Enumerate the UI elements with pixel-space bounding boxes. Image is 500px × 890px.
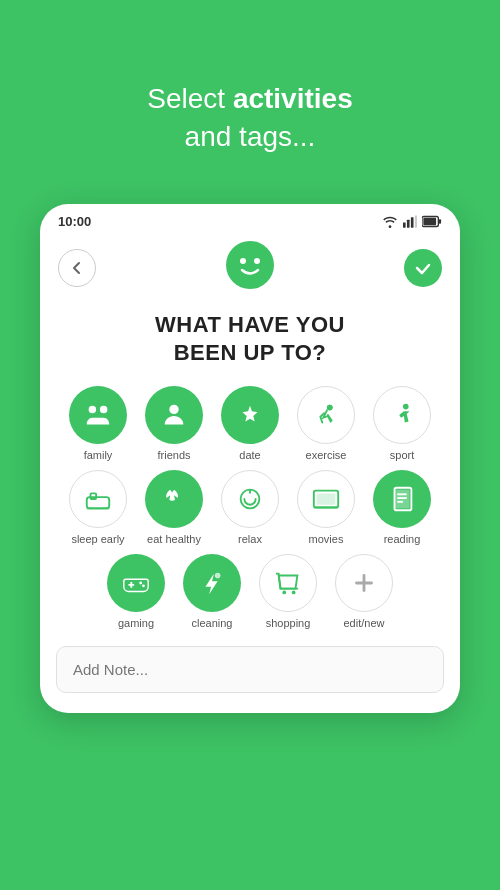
activity-family[interactable]: family: [64, 386, 132, 462]
header-title: Select activities and tags...: [147, 80, 352, 156]
sport-label: sport: [390, 449, 414, 462]
emoji-face: [226, 241, 274, 295]
chevron-left-icon: [70, 261, 84, 275]
signal-icon: [403, 215, 417, 228]
activity-exercise[interactable]: exercise: [292, 386, 360, 462]
card-title: WHAT HAVE YOU BEEN UP TO?: [40, 311, 460, 368]
svg-rect-19: [317, 493, 336, 504]
card-nav: [40, 233, 460, 299]
header-section: Select activities and tags...: [147, 40, 352, 180]
sleep-early-label: sleep early: [71, 533, 124, 546]
svg-point-11: [169, 404, 178, 413]
reading-label: reading: [384, 533, 421, 546]
checkmark-icon: [414, 259, 432, 277]
mood-icon: [226, 241, 274, 289]
svg-rect-1: [407, 219, 410, 227]
svg-point-12: [327, 404, 333, 410]
movies-label: movies: [309, 533, 344, 546]
confirm-button[interactable]: [404, 249, 442, 287]
status-time: 10:00: [58, 214, 91, 229]
svg-point-27: [142, 585, 145, 588]
svg-point-7: [226, 241, 274, 289]
svg-rect-3: [415, 215, 417, 227]
cleaning-label: cleaning: [192, 617, 233, 630]
activity-sport[interactable]: sport: [368, 386, 436, 462]
svg-rect-6: [423, 217, 436, 224]
svg-rect-0: [403, 222, 406, 227]
header-bold: activities: [233, 83, 353, 114]
wifi-icon: [382, 215, 398, 228]
shopping-label: shopping: [266, 617, 311, 630]
activity-reading[interactable]: reading: [368, 470, 436, 546]
activities-grid: family friends date exercise sport: [40, 386, 460, 631]
activity-eat-healthy[interactable]: eat healthy: [140, 470, 208, 546]
family-label: family: [84, 449, 113, 462]
svg-point-13: [403, 404, 409, 410]
relax-label: relax: [238, 533, 262, 546]
activity-friends[interactable]: friends: [140, 386, 208, 462]
activity-edit-new[interactable]: edit/new: [330, 554, 398, 630]
svg-point-28: [215, 573, 221, 579]
svg-point-8: [240, 258, 246, 264]
svg-rect-2: [411, 217, 414, 228]
svg-rect-5: [439, 219, 441, 224]
svg-point-9: [254, 258, 260, 264]
activity-shopping[interactable]: shopping: [254, 554, 322, 630]
svg-point-30: [292, 591, 296, 595]
svg-point-26: [139, 582, 142, 585]
activity-movies[interactable]: movies: [292, 470, 360, 546]
gaming-label: gaming: [118, 617, 154, 630]
activity-gaming[interactable]: gaming: [102, 554, 170, 630]
back-button[interactable]: [58, 249, 96, 287]
status-icons: [382, 215, 442, 228]
header-line2: and tags...: [185, 121, 316, 152]
exercise-label: exercise: [306, 449, 347, 462]
activity-date[interactable]: date: [216, 386, 284, 462]
eat-healthy-label: eat healthy: [147, 533, 201, 546]
activity-sleep-early[interactable]: sleep early: [64, 470, 132, 546]
battery-icon: [422, 215, 442, 228]
phone-card: 10:00: [40, 204, 460, 714]
edit-new-label: edit/new: [344, 617, 385, 630]
activity-relax[interactable]: relax: [216, 470, 284, 546]
svg-point-29: [282, 591, 286, 595]
date-label: date: [239, 449, 260, 462]
friends-label: friends: [157, 449, 190, 462]
svg-point-10: [100, 406, 107, 413]
note-input[interactable]: [56, 646, 444, 693]
activity-cleaning[interactable]: cleaning: [178, 554, 246, 630]
status-bar: 10:00: [40, 204, 460, 233]
